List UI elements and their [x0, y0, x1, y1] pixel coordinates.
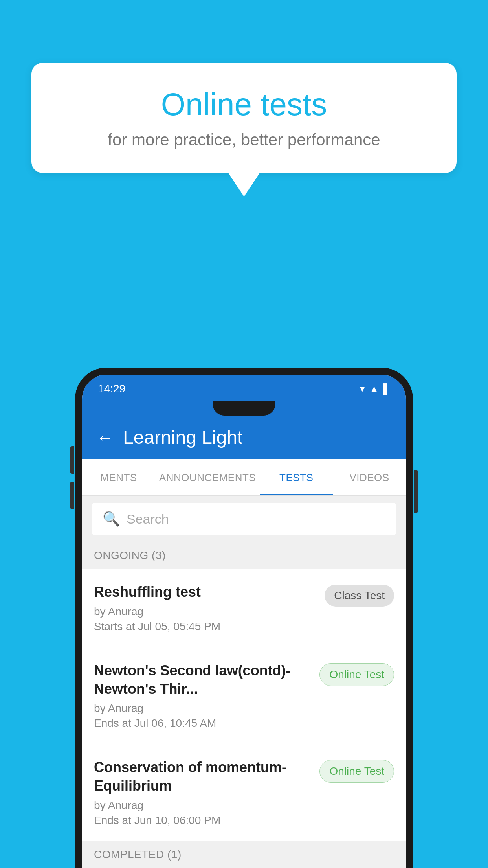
test-item-conservation[interactable]: Conservation of momentum-Equilibrium by …: [82, 744, 406, 841]
back-button[interactable]: ←: [96, 429, 114, 446]
tab-tests[interactable]: TESTS: [260, 459, 333, 495]
test-date-conservation: Ends at Jun 10, 06:00 PM: [94, 814, 312, 827]
test-name-newton: Newton's Second law(contd)-Newton's Thir…: [94, 662, 312, 699]
notch: [213, 401, 275, 416]
status-bar: 14:29 ▾ ▲ ▌: [82, 375, 406, 401]
test-item-reshuffling[interactable]: Reshuffling test by Anurag Starts at Jul…: [82, 569, 406, 647]
test-info-conservation: Conservation of momentum-Equilibrium by …: [94, 758, 319, 827]
speech-bubble-container: Online tests for more practice, better p…: [31, 63, 457, 197]
tabs-container: MENTS ANNOUNCEMENTS TESTS VIDEOS: [82, 459, 406, 496]
completed-section-header: COMPLETED (1): [82, 841, 406, 868]
bubble-subtitle: for more practice, better performance: [63, 131, 425, 149]
tab-videos[interactable]: VIDEOS: [333, 459, 406, 495]
status-time: 14:29: [98, 383, 125, 395]
tab-ments[interactable]: MENTS: [82, 459, 155, 495]
test-badge-conservation: Online Test: [319, 760, 394, 783]
test-by-conservation: by Anurag: [94, 799, 312, 812]
test-by-newton: by Anurag: [94, 702, 312, 715]
phone-power-button: [414, 470, 418, 513]
ongoing-section-header: ONGOING (3): [82, 542, 406, 569]
status-icons: ▾ ▲ ▌: [360, 383, 390, 394]
bubble-title: Online tests: [63, 86, 425, 123]
test-item-newton[interactable]: Newton's Second law(contd)-Newton's Thir…: [82, 647, 406, 745]
phone-volume-up: [70, 446, 74, 474]
test-by-reshuffling: by Anurag: [94, 605, 317, 618]
test-badge-reshuffling: Class Test: [325, 585, 394, 607]
test-badge-newton: Online Test: [319, 663, 394, 686]
tab-announcements[interactable]: ANNOUNCEMENTS: [155, 459, 260, 495]
notch-bar: [82, 401, 406, 416]
search-container: 🔍 Search: [82, 496, 406, 542]
phone-wrapper: 14:29 ▾ ▲ ▌ ← Learning Light MENTS: [75, 368, 413, 868]
speech-bubble: Online tests for more practice, better p…: [31, 63, 457, 173]
test-name-reshuffling: Reshuffling test: [94, 583, 317, 601]
test-name-conservation: Conservation of momentum-Equilibrium: [94, 758, 312, 795]
ongoing-label: ONGOING (3): [94, 549, 166, 561]
app-title: Learning Light: [123, 427, 242, 448]
test-info-reshuffling: Reshuffling test by Anurag Starts at Jul…: [94, 583, 325, 633]
app-bar: ← Learning Light: [82, 416, 406, 459]
test-date-newton: Ends at Jul 06, 10:45 AM: [94, 717, 312, 730]
search-icon: 🔍: [103, 511, 120, 527]
bubble-arrow: [228, 173, 260, 197]
phone-frame: 14:29 ▾ ▲ ▌ ← Learning Light MENTS: [75, 368, 413, 868]
battery-icon: ▌: [383, 383, 390, 394]
phone-volume-down: [70, 482, 74, 509]
search-placeholder: Search: [127, 511, 169, 527]
signal-icon: ▲: [369, 383, 379, 394]
wifi-icon: ▾: [360, 383, 365, 394]
completed-label: COMPLETED (1): [94, 848, 182, 861]
search-box[interactable]: 🔍 Search: [92, 503, 396, 535]
test-date-reshuffling: Starts at Jul 05, 05:45 PM: [94, 620, 317, 633]
phone-screen: 14:29 ▾ ▲ ▌ ← Learning Light MENTS: [82, 375, 406, 868]
test-info-newton: Newton's Second law(contd)-Newton's Thir…: [94, 662, 319, 730]
